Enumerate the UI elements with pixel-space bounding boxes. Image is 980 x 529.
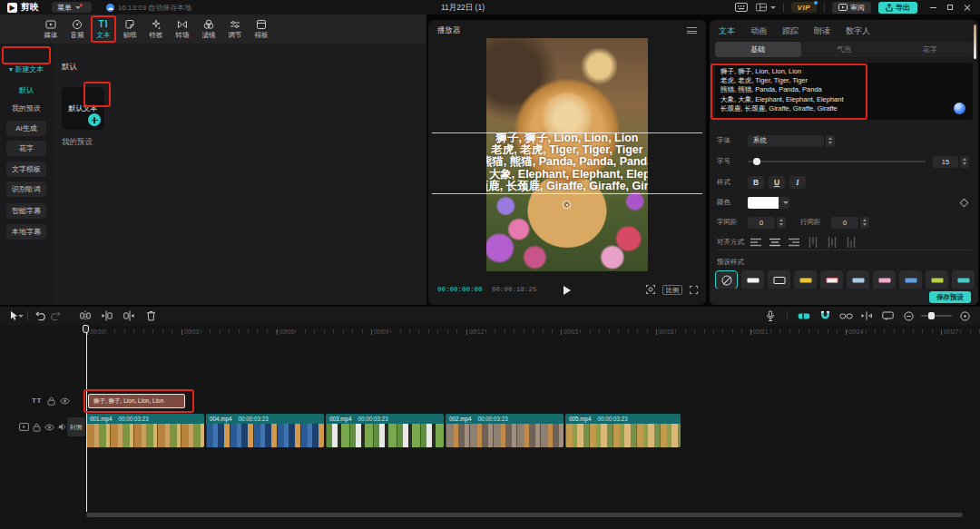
sidebar-item-lyrics-recognition[interactable]: 识别歌词 <box>6 181 46 197</box>
letter-spacing-stepper[interactable] <box>777 217 786 229</box>
keyframe-view-icon[interactable] <box>879 309 896 323</box>
preset-style-light-blue[interactable] <box>847 270 869 289</box>
letter-spacing-value[interactable]: 0 <box>748 217 775 229</box>
line-spacing-stepper[interactable] <box>860 217 869 229</box>
sidebar-item-my-presets[interactable]: 我的预设 <box>0 103 53 113</box>
preview-axis-icon[interactable] <box>858 309 875 323</box>
timeline-horizontal-scrollbar[interactable] <box>86 513 963 517</box>
linkage-icon[interactable] <box>838 309 854 323</box>
video-clip-001[interactable]: 001.mp400:00:03:23 <box>86 414 204 447</box>
preset-style-pink[interactable] <box>873 270 896 289</box>
rotate-handle[interactable] <box>563 201 571 209</box>
play-button[interactable] <box>564 286 571 295</box>
video-clip-005[interactable]: 005.mp400:00:03:23 <box>565 414 681 447</box>
sidebar-item-local-captions[interactable]: 本地字幕 <box>6 224 46 240</box>
preset-style-outline[interactable] <box>768 270 790 289</box>
tab-animation[interactable]: 动画 <box>750 25 767 37</box>
default-text-card[interactable]: 默认文本 <box>62 87 104 130</box>
shortcut-keyboard-icon[interactable] <box>734 2 749 13</box>
video-clip-002[interactable]: 002.mp400:00:03:23 <box>446 414 564 447</box>
subtab-fancy[interactable]: 花字 <box>887 42 973 57</box>
preset-style-yellow[interactable] <box>794 270 817 289</box>
text-overlay[interactable]: 狮子, 狮子, Lion, Lion, Lion 老虎, 老虎, Tiger, … <box>486 132 648 192</box>
sidebar-item-fancy-text[interactable]: 花字 <box>6 141 46 156</box>
toolbar-audio[interactable]: 音频 <box>68 19 86 40</box>
ratio-button[interactable]: 比例 <box>662 285 682 295</box>
italic-button[interactable]: I <box>789 176 806 189</box>
timeline-zoom-slider[interactable] <box>921 315 952 317</box>
preset-style-white[interactable] <box>741 270 764 289</box>
preset-style-blue[interactable] <box>899 270 922 289</box>
align-vertical-bottom-icon[interactable] <box>843 237 858 249</box>
preset-style-none[interactable] <box>715 270 738 289</box>
auto-snap-icon[interactable] <box>817 309 833 323</box>
tab-reading[interactable]: 朗读 <box>814 25 830 37</box>
playhead-handle[interactable] <box>83 325 89 333</box>
font-stepper[interactable] <box>826 135 835 147</box>
timeline-zoom-out-icon[interactable] <box>900 309 916 323</box>
align-vertical-center-icon[interactable] <box>824 237 839 249</box>
bold-button[interactable]: B <box>748 176 764 189</box>
tab-digital-human[interactable]: 数字人 <box>846 25 870 37</box>
playhead[interactable] <box>86 327 87 512</box>
text-clip[interactable]: 狮子, 狮子, Lion, Lion, Lion <box>88 394 185 408</box>
cover-button[interactable]: 封面 <box>67 417 85 436</box>
tab-tracking[interactable]: 跟踪 <box>782 25 799 37</box>
record-voiceover-icon[interactable] <box>762 309 779 323</box>
subtab-bubble[interactable]: 气泡 <box>801 42 887 57</box>
preview-canvas[interactable]: 狮子, 狮子, Lion, Lion, Lion 老虎, 老虎, Tiger, … <box>486 38 648 271</box>
video-clip-003[interactable]: 003.mp400:00:03:23 <box>326 414 444 447</box>
toolbar-effects[interactable]: 特效 <box>147 19 165 40</box>
text-track-visibility-icon[interactable] <box>59 395 71 407</box>
add-text-button[interactable] <box>88 113 101 126</box>
color-picker-icon[interactable] <box>960 198 969 207</box>
align-left-icon[interactable] <box>748 237 763 249</box>
redo-icon[interactable] <box>48 309 64 323</box>
review-button[interactable]: 审阅 <box>832 2 871 14</box>
sidebar-item-ai-generate[interactable]: AI生成 <box>6 121 46 136</box>
scrollbar[interactable] <box>974 24 976 59</box>
align-vertical-top-icon[interactable] <box>805 237 820 249</box>
sidebar-item-default[interactable]: 默认 <box>0 85 53 95</box>
sidebar-item-text-template[interactable]: 文字模板 <box>6 162 46 177</box>
fullscreen-icon[interactable] <box>689 285 699 295</box>
video-track-visibility-icon[interactable] <box>44 421 55 433</box>
tab-text[interactable]: 文本 <box>719 25 735 37</box>
preset-style-red-border[interactable] <box>820 270 843 289</box>
layout-switch-icon[interactable] <box>756 2 776 13</box>
font-size-stepper[interactable] <box>960 156 969 168</box>
minimize-button[interactable] <box>930 7 936 8</box>
text-content-input[interactable]: 狮子, 狮子, Lion, Lion, Lion 老虎, 老虎, Tiger, … <box>715 63 973 120</box>
underline-button[interactable]: U <box>769 176 785 189</box>
font-size-slider[interactable] <box>748 161 926 162</box>
timeline-zoom-fit-icon[interactable] <box>956 309 973 323</box>
toolbar-transition[interactable]: 转场 <box>173 19 191 40</box>
subtab-basic[interactable]: 基础 <box>715 42 801 57</box>
font-size-value[interactable]: 15 <box>933 156 958 168</box>
video-clip-004[interactable]: 004.mp400:00:03:23 <box>206 414 324 447</box>
main-track-magnet-icon[interactable] <box>796 309 812 323</box>
maximize-button[interactable] <box>947 5 953 10</box>
color-dropdown[interactable] <box>779 197 789 209</box>
mirror-preview-icon[interactable] <box>645 284 656 295</box>
delete-icon[interactable] <box>142 309 159 323</box>
vip-badge[interactable]: VIP <box>791 2 817 13</box>
undo-icon[interactable] <box>32 309 48 323</box>
menu-button[interactable]: 菜单 <box>52 2 92 13</box>
slider-thumb[interactable] <box>753 158 760 165</box>
line-spacing-value[interactable]: 0 <box>831 217 858 229</box>
toolbar-text[interactable]: TI 文本 <box>94 19 113 40</box>
zoom-slider-thumb[interactable] <box>928 312 935 319</box>
sidebar-item-auto-captions[interactable]: 智能字幕 <box>6 203 46 219</box>
close-button[interactable] <box>964 4 971 11</box>
toolbar-adjust[interactable]: 调节 <box>226 19 244 40</box>
align-center-icon[interactable] <box>767 237 782 249</box>
trim-left-icon[interactable] <box>99 309 115 323</box>
split-icon[interactable] <box>77 309 93 323</box>
sidebar-item-new-text[interactable]: ▾ 新建文本 <box>0 64 53 74</box>
toolbar-filter[interactable]: 滤镜 <box>200 19 218 40</box>
video-track-lock-icon[interactable] <box>31 421 43 433</box>
text-color-swatch[interactable] <box>748 197 779 209</box>
preset-style-yellow-green[interactable] <box>926 270 948 289</box>
ai-assistant-icon[interactable] <box>954 103 965 114</box>
